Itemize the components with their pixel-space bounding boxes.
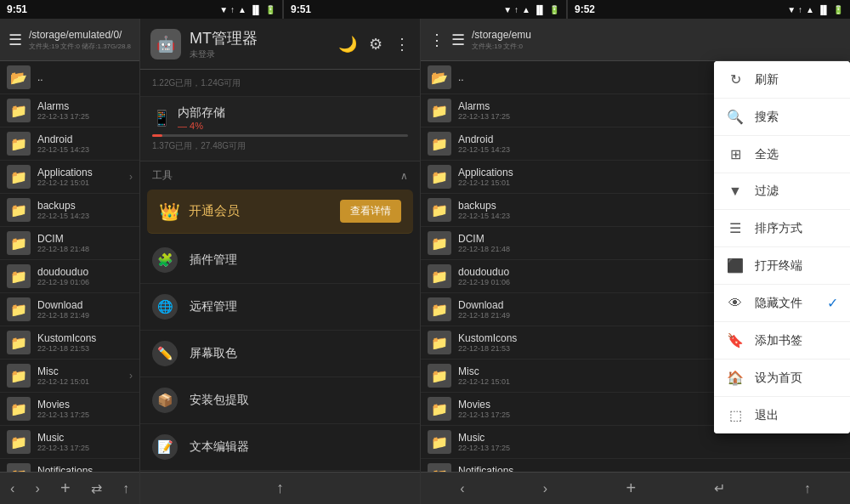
enter-btn-3[interactable]: ↵ — [710, 476, 729, 501]
dropdown-item[interactable]: ↻ 刷新 — [714, 61, 850, 99]
file-name: DCIM — [37, 233, 133, 245]
dropdown-item[interactable]: ⬛ 打开终端 — [714, 247, 850, 285]
dropdown-icon: ☰ — [726, 220, 745, 236]
folder-icon: 📁 — [428, 198, 451, 222]
status-bar-1: 9:51 ▼ ↑ ▲ ▐▌ 🔋 — [0, 0, 283, 19]
menu-item-icon: 📦 — [152, 388, 178, 413]
list-item[interactable]: 📁 backups 22-12-15 14:23 — [0, 194, 139, 227]
dropdown-icon: ↻ — [726, 71, 745, 88]
storage-item-1[interactable]: 1.22G已用，1.24G可用 — [140, 70, 420, 97]
moon-icon[interactable]: 🌙 — [338, 35, 357, 54]
file-name: Android — [37, 133, 133, 145]
dropdown-label: 隐藏文件 — [755, 296, 817, 311]
notif-icons-3: ▼ ↑ — [787, 5, 802, 14]
wifi-3: ▲ — [806, 5, 814, 14]
list-item[interactable]: 📁 DCIM 22-12-18 21:48 — [0, 227, 139, 260]
folder-icon: 📁 — [428, 331, 451, 354]
settings-icon[interactable]: ⚙ — [369, 35, 382, 54]
file-name: .. — [37, 71, 133, 83]
mt-logo: 🤖 — [150, 29, 181, 59]
list-item[interactable]: 📁 Applications 22-12-12 15:01 › — [0, 161, 139, 194]
dropdown-label: 添加书签 — [755, 333, 838, 348]
vip-banner[interactable]: 👑 开通会员 查看详情 — [147, 190, 413, 234]
list-item[interactable]: 📁 Notifications 22-12-12 17:25 — [421, 459, 850, 472]
list-item[interactable]: 📁 Misc 22-12-12 15:01 › — [0, 360, 139, 393]
menu-item[interactable]: 🧩 插件管理 — [140, 237, 420, 284]
dropdown-label: 刷新 — [755, 72, 838, 88]
file-name: Movies — [37, 399, 133, 411]
mt-menu-list: 🧩 插件管理 🌐 远程管理 ✏️ 屏幕取色 📦 安装包提取 📝 文本编辑器 ⬛ … — [140, 237, 420, 472]
add-btn-1[interactable]: + — [56, 474, 75, 502]
menu-item-label: 屏幕取色 — [190, 346, 237, 361]
forward-btn-1[interactable]: › — [31, 477, 44, 501]
folder-icon: 📁 — [7, 331, 31, 354]
back-btn-3[interactable]: ‹ — [456, 477, 468, 501]
menu-item[interactable]: 📝 文本编辑器 — [140, 424, 420, 471]
file-date: 22-12-13 17:25 — [37, 444, 133, 452]
add-btn-3[interactable]: + — [621, 474, 640, 502]
menu-item-icon: 📝 — [152, 434, 178, 460]
list-item[interactable]: 📁 Android 22-12-15 14:23 — [0, 127, 139, 161]
hamburger-icon-1[interactable]: ☰ — [8, 31, 22, 49]
internal-storage-name: 内部存储 — [178, 105, 225, 121]
storage-progress-bar — [152, 134, 408, 137]
folder-icon: 📁 — [428, 132, 451, 156]
list-item[interactable]: 📁 Alarms 22-12-13 17:25 — [0, 94, 139, 127]
dropdown-item[interactable]: 🔖 添加书签 — [714, 322, 850, 360]
list-item[interactable]: 📁 Movies 22-12-13 17:25 — [0, 393, 139, 426]
more-icon[interactable]: ⋮ — [394, 35, 410, 54]
mt-app-name: MT管理器 — [190, 28, 258, 48]
dropdown-item[interactable]: ☰ 排序方式 — [714, 210, 850, 247]
dropdown-item[interactable]: ⊞ 全选 — [714, 136, 850, 173]
vip-label: 开通会员 — [189, 203, 240, 219]
folder-icon: 📁 — [7, 231, 31, 255]
dropdown-item[interactable]: ▼ 过滤 — [714, 173, 850, 210]
more-icon-3[interactable]: ⋮ — [429, 31, 445, 49]
list-item[interactable]: 📁 doudouduo 22-12-19 01:06 — [0, 260, 139, 293]
collapse-icon[interactable]: ∧ — [400, 170, 408, 182]
list-item[interactable]: 📁 Download 22-12-18 21:49 — [0, 293, 139, 326]
menu-item[interactable]: 🌐 远程管理 — [140, 284, 420, 331]
folder-icon: 📁 — [428, 99, 451, 122]
list-item[interactable]: 📂 .. — [0, 61, 139, 94]
hamburger-icon-3[interactable]: ☰ — [451, 31, 465, 49]
upload-btn[interactable]: ↑ — [276, 479, 284, 497]
vip-btn[interactable]: 查看详情 — [340, 200, 401, 223]
up-btn-1[interactable]: ↑ — [118, 477, 133, 501]
panel3-subtitle: 文件夹:19 文件:0 — [472, 42, 842, 51]
menu-item-label: 远程管理 — [190, 299, 237, 314]
folder-icon: 📁 — [7, 99, 31, 122]
storage-progress-fill — [152, 134, 162, 137]
folder-icon: 📁 — [428, 231, 451, 255]
menu-item[interactable]: ✏️ 屏幕取色 — [140, 331, 420, 377]
dropdown-item[interactable]: ⬚ 退出 — [714, 397, 850, 433]
file-date: 22-12-12 15:01 — [37, 377, 122, 386]
dropdown-icon: 🏠 — [726, 370, 745, 386]
file-date: 22-12-13 17:25 — [37, 112, 133, 121]
storage-section: 1.22G已用，1.24G可用 📱 内部存储 — 4% 1.37G已用，27.4… — [140, 70, 420, 161]
list-item[interactable]: 📁 Music 22-12-13 17:25 — [0, 426, 139, 459]
dropdown-item[interactable]: 🔍 搜索 — [714, 99, 850, 136]
internal-storage[interactable]: 📱 内部存储 — 4% 1.37G已用，27.48G可用 — [140, 97, 420, 161]
back-btn-1[interactable]: ‹ — [6, 477, 19, 501]
forward-btn-3[interactable]: › — [539, 477, 552, 501]
time-2: 9:51 — [291, 3, 311, 15]
list-item[interactable]: 📁 KustomIcons 22-12-18 21:53 — [0, 326, 139, 360]
list-item[interactable]: 📁 Notifications 22-12-12 17:25 — [0, 459, 139, 472]
panel1-file-list: 📂 .. 📁 Alarms 22-12-13 17:25 📁 Android 2… — [0, 61, 139, 472]
dropdown-item[interactable]: 👁 隐藏文件 ✓ — [714, 285, 850, 322]
battery-3: 🔋 — [833, 5, 843, 14]
copy-btn-1[interactable]: ⇄ — [87, 476, 106, 501]
internal-storage-percent: — 4% — [178, 121, 225, 131]
panel3-wrapper: ⋮ ☰ /storage/emu 文件夹:19 文件:0 📂 .. 📁 Alar… — [421, 19, 850, 504]
file-name: KustomIcons — [37, 332, 133, 344]
up-btn-3[interactable]: ↑ — [800, 477, 815, 501]
file-name: Misc — [37, 365, 122, 377]
menu-item[interactable]: 📦 安装包提取 — [140, 377, 420, 424]
dropdown-item[interactable]: 🏠 设为首页 — [714, 360, 850, 397]
file-name: Download — [37, 299, 133, 311]
file-date: 22-12-18 21:53 — [37, 344, 133, 353]
panel1-subtitle: 文件夹:19 文件:0 储存:1.37G/28.85G — [29, 42, 131, 51]
tools-label: 工具 — [152, 168, 173, 183]
menu-item-label: 安装包提取 — [190, 393, 249, 408]
